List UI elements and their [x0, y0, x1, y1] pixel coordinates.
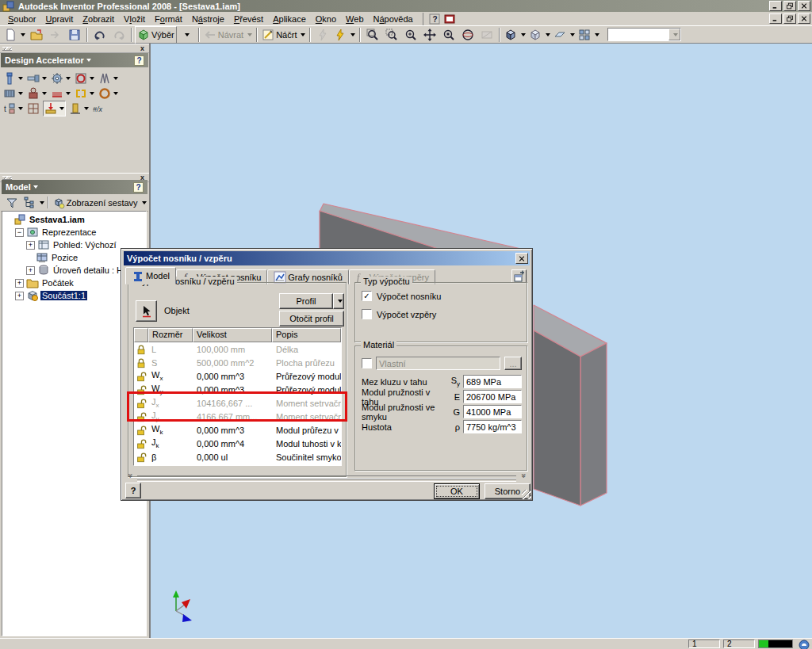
dialog-title-bar[interactable]: Výpočet nosníku / vzpěru [124, 251, 530, 265]
menu-vlozit[interactable]: Vložit [119, 13, 150, 25]
dialog-resize-grip[interactable] [522, 490, 531, 499]
material-field-input[interactable]: 689 MPa [463, 375, 522, 388]
select-mode-button[interactable]: Výběr [135, 26, 177, 44]
pan-button[interactable] [420, 27, 439, 43]
update-button[interactable] [313, 27, 332, 43]
lock-open-icon[interactable] [136, 452, 147, 463]
dimension-value[interactable]: 104166,667 ... [193, 399, 272, 408]
zoom-button[interactable] [401, 27, 420, 43]
tree-expander-icon[interactable]: + [15, 292, 24, 300]
limits-fits-button[interactable]: t [2, 101, 24, 116]
tree-expander-icon[interactable]: + [15, 279, 24, 288]
orbit-button[interactable] [458, 27, 477, 43]
design-accelerator-grip[interactable]: x [0, 44, 149, 53]
table-row-wx[interactable]: Wx0,000 mm^3Průřezový modul [134, 369, 341, 383]
panel-close-icon[interactable]: x [137, 44, 147, 52]
menu-okno[interactable]: Okno [311, 13, 341, 25]
tree-expander-icon[interactable]: − [15, 228, 24, 237]
new-document-button[interactable] [2, 27, 27, 43]
component-view-button[interactable] [576, 27, 601, 43]
zoom-all-button[interactable] [363, 27, 382, 43]
dialog-close-button[interactable] [515, 253, 528, 264]
undo-button[interactable] [90, 27, 109, 43]
hidden-edge-view-button[interactable] [527, 27, 552, 43]
bolted-connection-button[interactable] [2, 71, 24, 86]
panel-help-icon[interactable]: ? [134, 55, 144, 66]
minimize-button[interactable] [769, 1, 782, 11]
material-browse-button[interactable]: ... [504, 357, 522, 370]
help-icon[interactable]: ? [428, 13, 441, 25]
lock-open-icon[interactable] [136, 398, 147, 409]
dialog-expander[interactable]: » » [124, 473, 529, 482]
spring-button[interactable] [98, 71, 119, 86]
shaft-button[interactable] [26, 71, 48, 86]
dimension-value[interactable]: 0,000 mm^3 [193, 385, 272, 395]
restore-button[interactable] [783, 1, 796, 11]
menu-napoveda[interactable]: Nápověda [369, 13, 418, 25]
menu-web[interactable]: Web [341, 13, 368, 25]
lock-open-icon[interactable] [136, 411, 147, 422]
dimension-value[interactable]: 500,000 mm^2 [193, 358, 272, 368]
browser-hierarchy-button[interactable] [21, 195, 45, 211]
assembly-view-button[interactable]: Zobrazení sestavy [52, 195, 147, 211]
spur-gear-button[interactable] [50, 71, 71, 86]
checkbox-vypocet-nosniku[interactable]: ✓ [362, 291, 372, 301]
dimension-value[interactable]: 0,000 mm^3 [193, 426, 272, 435]
key-connection-button[interactable] [74, 86, 95, 101]
table-row-jk[interactable]: Jk0,000 mm^4Modul tuhosti v krutu [134, 437, 341, 450]
menu-prevest[interactable]: Převést [229, 13, 268, 25]
custom-material-checkbox[interactable] [362, 358, 372, 368]
tree-expander-icon[interactable]: + [26, 241, 35, 250]
tree-node-reprezentace[interactable]: −Reprezentace [2, 226, 146, 239]
title-bar[interactable]: Autodesk Inventor Professional 2008 - [S… [0, 0, 812, 12]
comm-center-icon[interactable] [798, 639, 809, 649]
save-button[interactable] [65, 27, 84, 43]
beam-calculator-button[interactable] [43, 101, 66, 116]
zoom-selected-button[interactable] [439, 27, 458, 43]
cam-button[interactable] [26, 86, 48, 101]
menu-format[interactable]: Formát [150, 13, 187, 25]
menu-upravit[interactable]: Upravit [40, 13, 78, 25]
dialog-help-button[interactable]: ? [125, 483, 141, 498]
doc-minimize-button[interactable] [769, 13, 782, 24]
model-panel-header[interactable]: Model ? [2, 180, 147, 194]
doc-close-button[interactable] [798, 13, 810, 24]
menu-aplikace[interactable]: Aplikace [268, 13, 311, 25]
open-vault-button[interactable] [27, 27, 46, 43]
select-object-button[interactable] [136, 300, 157, 322]
dimension-value[interactable]: 0,000 ul [193, 452, 272, 462]
table-row-s[interactable]: S500,000 mm^2Plocha průřezu [134, 356, 341, 369]
lock-open-icon[interactable] [136, 371, 147, 382]
formula-button[interactable]: #/x [92, 101, 106, 116]
lock-open-icon[interactable] [136, 384, 147, 395]
lock-open-icon[interactable] [136, 425, 147, 436]
lock-open-icon[interactable] [136, 438, 147, 449]
import-button[interactable] [46, 27, 65, 43]
dimension-value[interactable]: 100,000 mm [193, 345, 272, 354]
return-button[interactable]: Návrat [202, 27, 254, 43]
custom-material-field[interactable]: Vlastní [376, 357, 500, 370]
profile-dropdown-button[interactable] [333, 293, 344, 309]
lock-closed-icon[interactable] [136, 344, 147, 355]
doc-restore-button[interactable] [783, 13, 796, 24]
quick-search-combobox[interactable] [607, 28, 681, 41]
panel-help-icon[interactable]: ? [133, 182, 144, 193]
splines-button[interactable] [50, 86, 71, 101]
material-field-input[interactable]: 7750 kg/m^3 [463, 420, 522, 433]
handbook-icon[interactable] [443, 13, 456, 25]
material-field-input[interactable]: 206700 MPa [463, 390, 522, 403]
tree-node-sestava1-iam[interactable]: Sestava1.iam [2, 213, 146, 226]
worm-gear-button[interactable] [2, 86, 24, 101]
table-row-l[interactable]: L100,000 mmDélka [134, 342, 341, 356]
shaded-view-button[interactable] [503, 27, 527, 43]
look-at-button[interactable] [477, 27, 496, 43]
ok-button[interactable]: OK [434, 483, 480, 499]
frame-generator-button[interactable] [26, 101, 40, 116]
slice-view-button[interactable] [552, 27, 576, 43]
table-row-jy[interactable]: Jy4166,667 mm...Moment setrvačnosti [134, 410, 341, 423]
menu-zobrazit[interactable]: Zobrazit [78, 13, 119, 25]
zoom-window-button[interactable] [382, 27, 401, 43]
material-field-input[interactable]: 41000 MPa [463, 405, 522, 418]
tree-expander-icon[interactable]: + [26, 266, 35, 275]
rotate-profile-button[interactable]: Otočit profil [279, 311, 344, 326]
